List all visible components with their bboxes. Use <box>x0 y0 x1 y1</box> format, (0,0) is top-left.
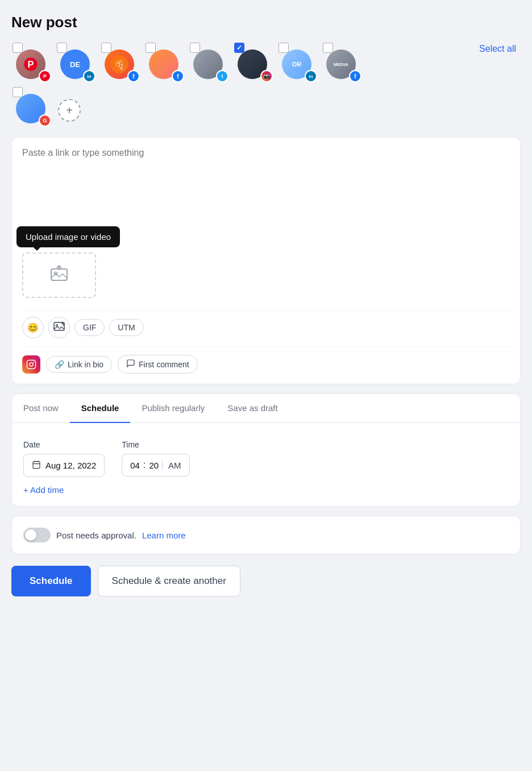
link-icon: 🔗 <box>55 360 64 369</box>
link-in-bio-button[interactable]: 🔗 Link in bio <box>46 356 112 373</box>
svg-text:P: P <box>28 59 34 69</box>
select-all-button[interactable]: Select all <box>475 42 521 56</box>
date-label: Date <box>23 440 105 449</box>
add-account-button[interactable]: + <box>58 99 81 122</box>
image-button[interactable] <box>48 317 70 338</box>
account-item[interactable]: DE in <box>56 42 97 82</box>
date-field: Date Aug 12, 2022 <box>23 440 105 477</box>
date-value: Aug 12, 2022 <box>45 461 96 470</box>
svg-point-12 <box>33 361 34 362</box>
account-item[interactable]: G <box>11 86 52 127</box>
account-item[interactable]: 📷 <box>233 42 274 82</box>
accounts-row: P P DE in 🍕 f f t 📷 OR in <box>11 42 521 127</box>
platform-badge: G <box>39 114 51 127</box>
calendar-icon <box>32 460 41 471</box>
svg-rect-13 <box>33 462 40 469</box>
account-checkbox[interactable] <box>279 43 289 53</box>
instagram-icon <box>22 355 40 374</box>
account-checkbox[interactable] <box>13 43 23 53</box>
tabs-row: Post now Schedule Publish regularly Save… <box>12 394 520 423</box>
tab-schedule[interactable]: Schedule <box>70 394 131 423</box>
schedule-button[interactable]: Schedule <box>11 566 91 596</box>
account-item[interactable]: f <box>144 42 185 82</box>
image-icon <box>53 321 65 334</box>
account-item[interactable]: OR in <box>277 42 318 82</box>
upload-tooltip: Upload image or video <box>16 226 120 247</box>
platform-badge: f <box>127 70 140 82</box>
toolbar: 😊 GIF UTM <box>22 310 510 338</box>
account-checkbox[interactable] <box>323 43 333 53</box>
time-hour: 04 <box>130 461 140 470</box>
platform-badge: in <box>305 70 317 82</box>
approval-toggle[interactable] <box>23 528 51 542</box>
svg-rect-10 <box>27 360 36 368</box>
date-input[interactable]: Aug 12, 2022 <box>23 454 105 477</box>
instagram-row: 🔗 Link in bio First comment <box>22 346 510 374</box>
gif-label: GIF <box>83 323 96 332</box>
time-label: Time <box>122 440 189 449</box>
comment-icon <box>126 359 135 370</box>
schedule-body: Date Aug 12, 2022 Time <box>12 423 520 506</box>
svg-rect-4 <box>51 269 67 280</box>
tab-post-now[interactable]: Post now <box>12 394 70 423</box>
account-item[interactable]: MEDIA f <box>322 42 363 82</box>
platform-badge: t <box>216 70 228 82</box>
time-separator: : <box>143 460 146 470</box>
utm-button[interactable]: UTM <box>109 319 143 336</box>
emoji-icon: 😊 <box>27 322 39 333</box>
tab-save-draft[interactable]: Save as draft <box>216 394 289 423</box>
emoji-button[interactable]: 😊 <box>22 317 44 338</box>
svg-point-8 <box>56 325 58 326</box>
platform-badge: f <box>349 70 361 82</box>
gif-button[interactable]: GIF <box>74 319 105 336</box>
account-item[interactable]: 🍕 f <box>100 42 141 82</box>
utm-label: UTM <box>118 323 135 332</box>
first-comment-label: First comment <box>139 360 189 369</box>
platform-badge: f <box>172 70 184 82</box>
upload-icon <box>50 266 68 285</box>
first-comment-button[interactable]: First comment <box>118 355 198 374</box>
svg-text:🍕: 🍕 <box>114 60 125 71</box>
upload-area[interactable] <box>22 252 96 298</box>
schedule-create-button[interactable]: Schedule & create another <box>98 566 240 596</box>
approval-text: Post needs approval. <box>56 530 136 540</box>
schedule-card: Post now Schedule Publish regularly Save… <box>11 393 521 507</box>
svg-point-11 <box>30 363 33 366</box>
time-field: Time 04 : 20 AM <box>122 440 189 477</box>
tab-publish-regularly[interactable]: Publish regularly <box>130 394 216 423</box>
time-input[interactable]: 04 : 20 AM <box>122 454 189 476</box>
time-ampm: AM <box>162 461 181 470</box>
learn-more-link[interactable]: Learn more <box>142 530 186 540</box>
time-minute: 20 <box>149 461 159 470</box>
account-item[interactable]: t <box>189 42 230 82</box>
link-in-bio-label: Link in bio <box>68 360 103 369</box>
account-item[interactable]: P P <box>11 42 52 82</box>
platform-badge: 📷 <box>260 70 273 82</box>
page-title: New post <box>11 14 521 31</box>
account-checkbox[interactable] <box>234 43 244 53</box>
account-checkbox[interactable] <box>101 43 111 53</box>
account-checkbox[interactable] <box>57 43 67 53</box>
composer-card: Upload image or video 😊 GIF UTM <box>11 137 521 384</box>
toggle-knob <box>25 529 36 541</box>
account-checkbox[interactable] <box>146 43 156 53</box>
date-time-row: Date Aug 12, 2022 Time <box>23 440 509 477</box>
account-checkbox[interactable] <box>13 87 23 97</box>
upload-area-wrap: Upload image or video <box>22 252 96 305</box>
account-checkbox[interactable] <box>190 43 200 53</box>
svg-rect-7 <box>54 322 64 330</box>
approval-card: Post needs approval. Learn more <box>11 516 521 554</box>
platform-badge: in <box>83 70 95 82</box>
platform-badge: P <box>39 70 51 82</box>
add-time-button[interactable]: + Add time <box>23 485 64 495</box>
action-buttons-row: Schedule Schedule & create another <box>11 566 521 596</box>
